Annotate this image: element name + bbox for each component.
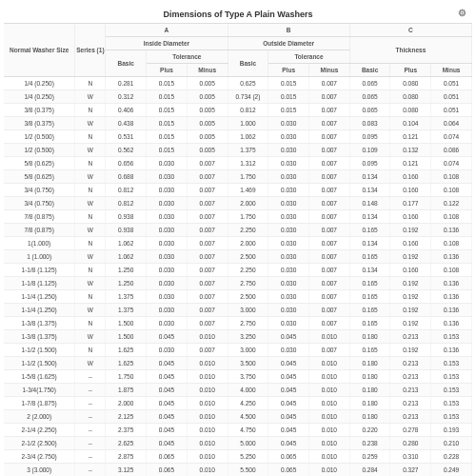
cell-c_basic: 0.180 bbox=[349, 370, 390, 384]
cell-c_plus: 0.278 bbox=[390, 424, 431, 437]
cell-series: W bbox=[75, 277, 106, 290]
cell-b_minus: 0.010 bbox=[309, 330, 350, 344]
cell-b_basic: 0.734 (2) bbox=[228, 90, 268, 104]
header-b-plus: Plus bbox=[268, 64, 309, 77]
cell-size: 1-5/8 (1.625) bbox=[4, 370, 75, 384]
cell-b_basic: 4.500 bbox=[228, 410, 268, 424]
cell-b_plus: 0.015 bbox=[268, 77, 309, 90]
cell-b_minus: 0.010 bbox=[309, 424, 350, 437]
cell-a_plus: 0.045 bbox=[147, 330, 188, 344]
table-row: 1(1.000)N1.0620.0300.0072.0000.0300.0070… bbox=[4, 237, 472, 250]
cell-a_plus: 0.030 bbox=[147, 224, 188, 237]
cell-b_basic: 3.250 bbox=[228, 330, 268, 344]
cell-b_plus: 0.030 bbox=[268, 144, 309, 157]
cell-b_minus: 0.007 bbox=[309, 224, 350, 237]
cell-c_basic: 0.165 bbox=[349, 304, 390, 317]
header-b-basic: Basic bbox=[228, 50, 268, 77]
cell-c_minus: 0.108 bbox=[431, 210, 472, 224]
cell-c_minus: 0.153 bbox=[431, 410, 472, 424]
cell-size: 1-1/4 (1.250) bbox=[4, 304, 75, 317]
cell-a_basic: 0.438 bbox=[106, 117, 147, 130]
cell-series: N bbox=[75, 237, 106, 250]
cell-b_basic: 1.062 bbox=[228, 130, 268, 144]
table-body: 1/4 (0.250)N0.2810.0150.0050.6250.0150.0… bbox=[4, 77, 472, 477]
cell-b_basic: 1.312 bbox=[228, 157, 268, 170]
cell-a_basic: 0.562 bbox=[106, 144, 147, 157]
cell-c_plus: 0.160 bbox=[390, 264, 431, 277]
cell-a_minus: 0.007 bbox=[187, 304, 228, 317]
cell-c_basic: 0.180 bbox=[349, 357, 390, 370]
cell-size: 3/4 (0.750) bbox=[4, 197, 75, 210]
cell-b_plus: 0.015 bbox=[268, 90, 309, 104]
table-row: 3 (3.000)--3.1250.0650.0105.5000.0650.01… bbox=[4, 464, 472, 477]
cell-b_minus: 0.007 bbox=[309, 117, 350, 130]
cell-size: 1/4 (0.250) bbox=[4, 77, 75, 90]
table-row: 1/4 (0.250)N0.2810.0150.0050.6250.0150.0… bbox=[4, 77, 472, 90]
cell-b_basic: 2.250 bbox=[228, 264, 268, 277]
gear-icon[interactable]: ⚙ bbox=[458, 8, 466, 18]
cell-series: N bbox=[75, 344, 106, 357]
cell-c_minus: 0.086 bbox=[431, 144, 472, 157]
cell-a_plus: 0.030 bbox=[147, 170, 188, 184]
cell-b_minus: 0.007 bbox=[309, 197, 350, 210]
cell-series: W bbox=[75, 224, 106, 237]
cell-a_plus: 0.015 bbox=[147, 90, 188, 104]
cell-series: -- bbox=[75, 370, 106, 384]
cell-a_minus: 0.005 bbox=[187, 144, 228, 157]
cell-size: 1-3/8 (1.375) bbox=[4, 330, 75, 344]
cell-c_basic: 0.180 bbox=[349, 410, 390, 424]
cell-a_plus: 0.030 bbox=[147, 250, 188, 264]
cell-a_plus: 0.065 bbox=[147, 464, 188, 477]
cell-b_minus: 0.010 bbox=[309, 450, 350, 464]
cell-c_basic: 0.165 bbox=[349, 290, 390, 304]
cell-a_basic: 0.281 bbox=[106, 77, 147, 90]
cell-c_minus: 0.108 bbox=[431, 237, 472, 250]
cell-b_plus: 0.045 bbox=[268, 424, 309, 437]
header-group-a: A bbox=[106, 24, 228, 37]
table-row: 7/8 (0.875)W0.9380.0300.0072.2500.0300.0… bbox=[4, 224, 472, 237]
cell-b_plus: 0.030 bbox=[268, 290, 309, 304]
cell-b_basic: 5.000 bbox=[228, 437, 268, 450]
cell-b_plus: 0.045 bbox=[268, 370, 309, 384]
cell-a_basic: 1.750 bbox=[106, 370, 147, 384]
cell-series: -- bbox=[75, 424, 106, 437]
cell-size: 1/4 (0.250) bbox=[4, 90, 75, 104]
cell-size: 1/2 (0.500) bbox=[4, 144, 75, 157]
table-row: 1-1/8 (1.125)N1.2500.0300.0072.2500.0300… bbox=[4, 264, 472, 277]
cell-series: W bbox=[75, 250, 106, 264]
title-text: Dimensions of Type A Plain Washers bbox=[164, 10, 313, 19]
cell-a_basic: 1.375 bbox=[106, 290, 147, 304]
cell-b_plus: 0.030 bbox=[268, 210, 309, 224]
table-row: 1-3/8 (1.375)N1.5000.0300.0072.7500.0300… bbox=[4, 317, 472, 330]
cell-c_basic: 0.134 bbox=[349, 170, 390, 184]
cell-a_basic: 0.406 bbox=[106, 104, 147, 117]
cell-b_plus: 0.045 bbox=[268, 384, 309, 397]
cell-a_minus: 0.007 bbox=[187, 237, 228, 250]
cell-b_minus: 0.007 bbox=[309, 250, 350, 264]
cell-b_minus: 0.007 bbox=[309, 264, 350, 277]
cell-a_basic: 2.125 bbox=[106, 410, 147, 424]
cell-b_minus: 0.010 bbox=[309, 384, 350, 397]
cell-a_minus: 0.007 bbox=[187, 197, 228, 210]
cell-c_minus: 0.136 bbox=[431, 304, 472, 317]
cell-c_minus: 0.153 bbox=[431, 370, 472, 384]
cell-a_plus: 0.045 bbox=[147, 437, 188, 450]
cell-a_basic: 0.531 bbox=[106, 130, 147, 144]
cell-series: W bbox=[75, 144, 106, 157]
cell-c_minus: 0.153 bbox=[431, 384, 472, 397]
cell-a_minus: 0.007 bbox=[187, 317, 228, 330]
cell-a_basic: 0.938 bbox=[106, 210, 147, 224]
cell-a_plus: 0.045 bbox=[147, 397, 188, 410]
table-row: 3/8 (0.375)W0.4380.0150.0051.0000.0300.0… bbox=[4, 117, 472, 130]
cell-b_plus: 0.030 bbox=[268, 184, 309, 197]
cell-b_minus: 0.007 bbox=[309, 157, 350, 170]
cell-b_basic: 2.750 bbox=[228, 277, 268, 290]
cell-a_minus: 0.007 bbox=[187, 157, 228, 170]
header-thickness: Thickness bbox=[349, 37, 471, 64]
cell-a_minus: 0.010 bbox=[187, 330, 228, 344]
cell-c_basic: 0.284 bbox=[349, 464, 390, 477]
cell-series: N bbox=[75, 290, 106, 304]
cell-a_plus: 0.030 bbox=[147, 210, 188, 224]
header-b-minus: Minus bbox=[309, 64, 350, 77]
cell-a_minus: 0.007 bbox=[187, 264, 228, 277]
